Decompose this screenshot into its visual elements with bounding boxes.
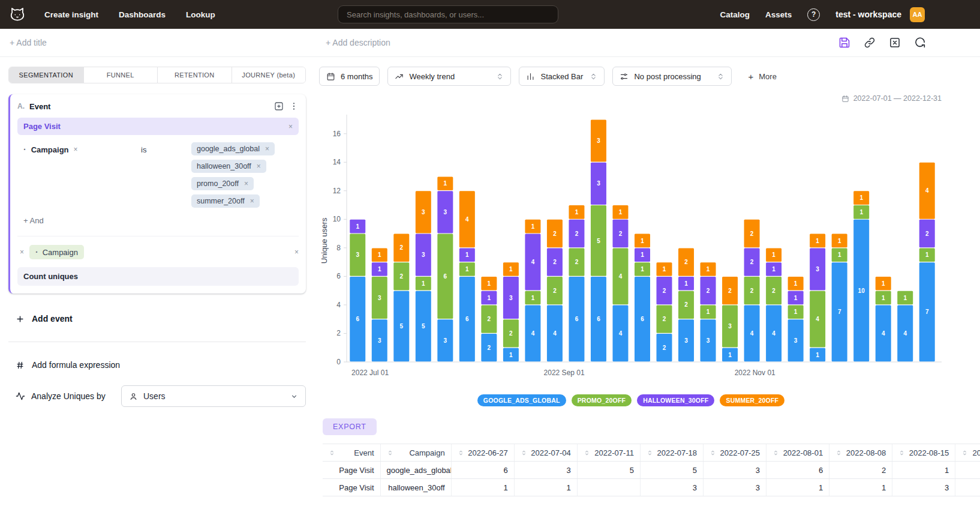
filter-value-tag[interactable]: promo_20off× [191,177,254,190]
trend-select[interactable]: Weekly trend [387,67,511,86]
post-processing-select[interactable]: No post processing [612,67,732,86]
legend-item-summer_20off[interactable]: SUMMER_20OFF [720,394,784,406]
remove-event-icon[interactable]: × [288,123,293,130]
more-options-button[interactable]: + More [748,71,776,82]
tab-funnel[interactable]: FUNNEL [83,67,158,83]
time-range-button[interactable]: 6 months [319,67,380,86]
add-description-button[interactable]: + Add description [326,38,390,47]
bar-value-label: 1 [356,223,359,230]
bar-value-label: 4 [750,330,754,337]
column-header-2022-08-15[interactable]: 2022-08-15 [892,444,955,462]
column-header-2022-08-22[interactable]: 2022-08-22 [955,444,980,462]
share-link-icon[interactable] [864,37,876,49]
add-title-button[interactable]: + Add title [10,38,47,47]
add-filter-icon[interactable] [273,101,284,112]
selected-event-label: Page Visit [23,122,61,131]
column-header-2022-08-08[interactable]: 2022-08-08 [829,444,892,462]
column-header-2022-07-11[interactable]: 2022-07-11 [577,444,640,462]
sort-icon[interactable] [961,450,968,456]
bar-value-label: 1 [794,280,798,287]
column-header-event[interactable]: Event [323,444,380,462]
analyze-by-label-wrap: Analyze Uniques by [16,391,106,401]
remove-breakdown-icon[interactable]: × [20,248,24,256]
bar-value-label: 1 [838,251,841,258]
tab-retention[interactable]: RETENTION [157,67,232,83]
remove-property-icon[interactable]: × [74,146,78,153]
workspace-name[interactable]: test - workspace [835,10,901,19]
sort-icon[interactable] [835,450,842,456]
save-icon[interactable] [838,37,850,49]
sort-icon[interactable] [584,450,590,456]
sort-icon[interactable] [647,450,653,456]
sort-icon[interactable] [387,450,393,456]
column-header-campaign[interactable]: Campaign [380,444,451,462]
bar-value-label: 3 [378,337,381,344]
help-icon[interactable]: ? [807,8,820,21]
cell-campaign: google_ads_global [380,462,451,479]
sort-icon[interactable] [898,450,905,456]
chevron-down-icon [290,393,298,400]
activity-icon [16,391,25,401]
nav-create-insight[interactable]: Create insight [44,10,98,19]
results-table-wrap: EventCampaign2022-06-272022-07-042022-07… [323,444,980,496]
global-search-input[interactable] [338,5,558,23]
column-header-2022-06-27[interactable]: 2022-06-27 [451,444,514,462]
clear-breakdown-icon[interactable]: × [294,248,299,256]
legend-item-google_ads_global[interactable]: GOOGLE_ADS_GLOBAL [477,394,566,406]
filter-operator[interactable]: is [141,142,191,154]
nav-dashboards[interactable]: Dashboards [119,10,166,19]
bar-value-label: 3 [816,266,819,273]
sort-icon[interactable] [521,450,527,456]
legend-item-promo_20off[interactable]: PROMO_20OFF [572,394,632,406]
bar-value-label: 1 [378,251,381,258]
column-header-2022-08-01[interactable]: 2022-08-01 [766,444,829,462]
sort-icon[interactable] [772,450,779,456]
tab-segmentation[interactable]: SEGMENTATION [9,67,83,83]
clear-insight-icon[interactable] [889,37,901,49]
bar-value-label: 1 [707,309,710,315]
breakdown-property-pill[interactable]: · Campaign [29,245,84,259]
remove-value-icon[interactable]: × [244,180,248,187]
remove-value-icon[interactable]: × [250,197,254,205]
tab-journey-beta[interactable]: JOURNEY (beta) [232,67,306,83]
column-header-2022-07-18[interactable]: 2022-07-18 [640,444,703,462]
remove-value-icon[interactable]: × [265,145,269,152]
analyze-by-select[interactable]: Users [121,385,306,407]
selected-event[interactable]: Page Visit × [17,118,299,135]
column-header-2022-07-04[interactable]: 2022-07-04 [514,444,577,462]
bar-value-label: 2 [750,259,754,265]
add-event-button[interactable]: Add event [8,314,306,324]
add-formula-button[interactable]: Add formula expression [8,360,306,370]
sort-icon[interactable] [710,450,716,456]
sort-icon[interactable] [329,450,335,456]
bar-value-label: 2 [553,259,557,265]
filter-value-tag[interactable]: google_ads_global× [191,142,275,155]
filter-property-name[interactable]: Campaign [31,145,69,154]
cell-value: 1 [829,479,892,496]
column-header-2022-07-25[interactable]: 2022-07-25 [703,444,766,462]
cell-value: 3 [514,462,577,479]
navbar-right: Catalog Assets ? test - workspace AA [720,7,925,22]
avatar[interactable]: AA [910,7,925,22]
bar-value-label: 6 [465,316,469,322]
filter-value-tag[interactable]: summer_20off× [191,194,260,208]
export-button[interactable]: EXPORT [323,418,377,435]
add-and-condition-button[interactable]: + And [17,216,299,225]
remove-value-icon[interactable]: × [257,163,261,170]
nav-lookup[interactable]: Lookup [186,10,215,19]
bar-value-label: 1 [509,352,513,358]
bar-value-label: 2 [400,273,404,280]
x-tick-label: 2022 Nov 01 [735,369,775,377]
nav-assets[interactable]: Assets [765,10,792,19]
sort-icon[interactable] [458,450,464,456]
trend-select-value: Weekly trend [409,72,455,81]
nav-catalog[interactable]: Catalog [720,10,750,19]
legend-item-halloween_30off[interactable]: HALLOWEEN_30OFF [637,394,714,406]
app-logo-cat-icon[interactable] [8,5,26,23]
chart-type-select[interactable]: Stacked Bar [519,67,605,86]
bar-value-label: 2 [684,301,688,308]
event-menu-kebab-icon[interactable] [289,101,299,111]
refresh-icon[interactable] [914,37,926,49]
filter-value-tag[interactable]: halloween_30off× [191,160,266,173]
aggregation-selector[interactable]: Count uniques [17,267,299,286]
